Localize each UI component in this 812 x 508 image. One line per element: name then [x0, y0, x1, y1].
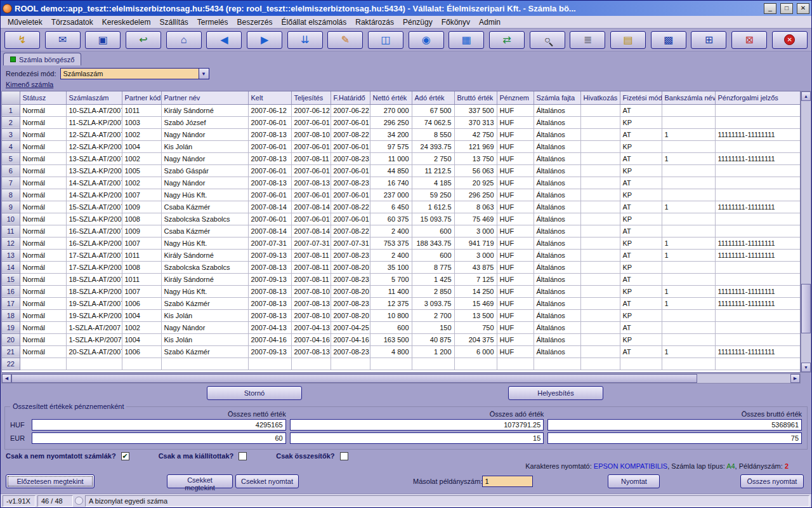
- menu-item[interactable]: Törzsadatok: [47, 17, 98, 28]
- column-header[interactable]: Fizetési mód: [620, 91, 662, 104]
- menu-item[interactable]: Pénzügy: [398, 17, 437, 28]
- row-number[interactable]: 15: [2, 273, 20, 285]
- filter-checkbox[interactable]: [340, 452, 348, 460]
- next-button[interactable]: ▶: [247, 31, 282, 49]
- copy-count-input[interactable]: [482, 476, 533, 487]
- database-button[interactable]: ◫: [368, 31, 403, 49]
- row-number[interactable]: 10: [2, 213, 20, 225]
- column-header[interactable]: Teljesítés: [291, 91, 331, 104]
- row-number[interactable]: 18: [2, 309, 20, 321]
- row-number[interactable]: 1: [2, 104, 20, 116]
- menu-item[interactable]: Kereskedelem: [98, 17, 155, 28]
- table-row[interactable]: 5Normál13-SZLA-AT/20071002Nagy Nándor200…: [2, 152, 801, 164]
- table-row[interactable]: 12Normál16-SZLA-KP/20071007Nagy Hús Kft.…: [2, 237, 801, 249]
- row-number[interactable]: 13: [2, 249, 20, 261]
- menu-item[interactable]: Főkönyv: [437, 17, 475, 28]
- row-number[interactable]: 20: [2, 333, 20, 345]
- filter-checkbox[interactable]: [239, 452, 247, 460]
- column-header[interactable]: Hivatkozás: [580, 91, 620, 104]
- title-bar[interactable]: ROOL demo::app_teszt::elelmiszerbiztonsa…: [1, 1, 811, 16]
- minimize-button[interactable]: _: [764, 3, 776, 14]
- column-header[interactable]: Számla fajta: [534, 91, 580, 104]
- table-row[interactable]: 9Normál15-SZLA-AT/20071009Csaba Kázmér20…: [2, 201, 801, 213]
- row-number[interactable]: 5: [2, 152, 20, 164]
- last-button[interactable]: ⇊: [287, 31, 323, 49]
- table-row[interactable]: 4Normál12-SZLA-KP/20071004Kis Jolán2007-…: [2, 140, 801, 152]
- scroll-right-icon[interactable]: ▶: [790, 374, 800, 383]
- grid-button[interactable]: ▦: [449, 31, 484, 49]
- column-header[interactable]: Számlaszám: [66, 91, 122, 104]
- home-button[interactable]: ⌂: [166, 31, 202, 49]
- row-number[interactable]: 11: [2, 225, 20, 237]
- column-header[interactable]: Nettó érték: [370, 91, 412, 104]
- row-number[interactable]: 21: [2, 345, 20, 358]
- table-row[interactable]: 16Normál18-SZLA-KP/20071007Nagy Hús Kft.…: [2, 285, 801, 297]
- row-number[interactable]: 12: [2, 237, 20, 249]
- row-number[interactable]: 19: [2, 321, 20, 333]
- table-row[interactable]: 19Normál1-SZLA-AT/20071002Nagy Nándor200…: [2, 321, 801, 333]
- correction-button[interactable]: Helyesbítés: [508, 386, 603, 400]
- dropdown-arrow-icon[interactable]: ▼: [199, 69, 209, 79]
- eur-tax-total-field[interactable]: [290, 432, 544, 444]
- maximize-button[interactable]: □: [780, 3, 793, 14]
- open-button[interactable]: ✉: [45, 31, 81, 49]
- scroll-down-icon[interactable]: ▼: [801, 363, 811, 372]
- filter-checkbox[interactable]: ✔: [121, 452, 129, 460]
- scroll-left-icon[interactable]: ◀: [2, 374, 11, 383]
- row-number[interactable]: 17: [2, 297, 20, 309]
- row-number[interactable]: 8: [2, 189, 20, 201]
- save-button[interactable]: ▣: [85, 31, 121, 49]
- grid-add-button[interactable]: ⊞: [691, 31, 726, 49]
- column-header[interactable]: Bruttó érték: [454, 91, 497, 104]
- storno-button[interactable]: Stornó: [207, 386, 302, 400]
- refresh-button[interactable]: ⇄: [489, 31, 525, 49]
- table-row[interactable]: 2Normál11-SZLA-KP/20071003Szabó József20…: [2, 116, 801, 128]
- table-row[interactable]: 11Normál16-SZLA-AT/20071009Csaba Kázmér2…: [2, 225, 801, 237]
- horizontal-scrollbar[interactable]: ◀ ▶: [1, 373, 801, 384]
- menu-item[interactable]: Műveletek: [3, 17, 47, 28]
- menu-item[interactable]: Élőállat elszámolás: [277, 17, 351, 28]
- row-number[interactable]: 9: [2, 201, 20, 213]
- table-row[interactable]: 20Normál1-SZLA-KP/20071004Kis Jolán2007-…: [2, 333, 801, 345]
- undo-button[interactable]: ↩: [126, 31, 161, 49]
- column-header[interactable]: Státusz: [20, 91, 66, 104]
- column-header[interactable]: F.Határidő: [331, 91, 370, 104]
- huf-tax-total-field[interactable]: [290, 419, 544, 431]
- check-preview-button[interactable]: Csekket megtekint: [167, 474, 233, 488]
- table-row[interactable]: 8Normál14-SZLA-KP/20071007Nagy Hús Kft.2…: [2, 189, 801, 201]
- column-header[interactable]: Pénzforgalmi jelzős: [715, 91, 801, 104]
- dark-grid-button[interactable]: ▩: [651, 31, 686, 49]
- tab-szamla-bongeszo[interactable]: Számla böngésző: [3, 53, 81, 65]
- huf-gross-total-field[interactable]: [547, 419, 802, 431]
- ruler-button[interactable]: ≣: [570, 31, 605, 49]
- exit-button[interactable]: ✕: [772, 31, 808, 49]
- menu-item[interactable]: Termelés: [193, 17, 233, 28]
- edit-button[interactable]: ✎: [327, 31, 363, 49]
- table-row[interactable]: 3Normál12-SZLA-AT/20071002Nagy Nándor200…: [2, 128, 801, 140]
- sort-mode-combobox[interactable]: Számlaszám ▼: [60, 68, 209, 79]
- row-number[interactable]: 4: [2, 140, 20, 152]
- row-number[interactable]: 7: [2, 177, 20, 189]
- table-row[interactable]: 17Normál19-SZLA-AT/20071006Szabó Kázmér2…: [2, 297, 801, 309]
- huf-net-total-field[interactable]: [32, 419, 286, 431]
- column-header[interactable]: Bankszámla név: [662, 91, 715, 104]
- table-row[interactable]: 7Normál14-SZLA-AT/20071002Nagy Nándor200…: [2, 177, 801, 189]
- search-button[interactable]: ○: [530, 31, 565, 49]
- grid-check-button[interactable]: ⊠: [731, 31, 767, 49]
- row-number[interactable]: 2: [2, 116, 20, 128]
- row-number[interactable]: 6: [2, 164, 20, 177]
- table-row[interactable]: 18Normál19-SZLA-KP/20071004Kis Jolán2007…: [2, 309, 801, 321]
- table-row[interactable]: 22: [2, 358, 801, 370]
- check-print-button[interactable]: Csekket nyomtat: [235, 474, 299, 488]
- table-row[interactable]: 15Normál18-SZLA-AT/20071011Király Sándor…: [2, 273, 801, 285]
- previous-button[interactable]: ◀: [206, 31, 242, 49]
- preview-button[interactable]: Előzetesen megtekint: [6, 474, 95, 488]
- close-button[interactable]: ✕: [797, 3, 809, 14]
- horizontal-scroll-thumb[interactable]: [11, 374, 697, 383]
- table-row[interactable]: 10Normál15-SZLA-KP/20071008Szabolcska Sz…: [2, 213, 801, 225]
- column-header[interactable]: Kelt: [248, 91, 291, 104]
- eur-net-total-field[interactable]: [32, 432, 286, 444]
- info-button[interactable]: ◉: [409, 31, 444, 49]
- table-row[interactable]: 14Normál17-SZLA-KP/20071008Szabolcska Sz…: [2, 261, 801, 273]
- row-number[interactable]: 3: [2, 128, 20, 140]
